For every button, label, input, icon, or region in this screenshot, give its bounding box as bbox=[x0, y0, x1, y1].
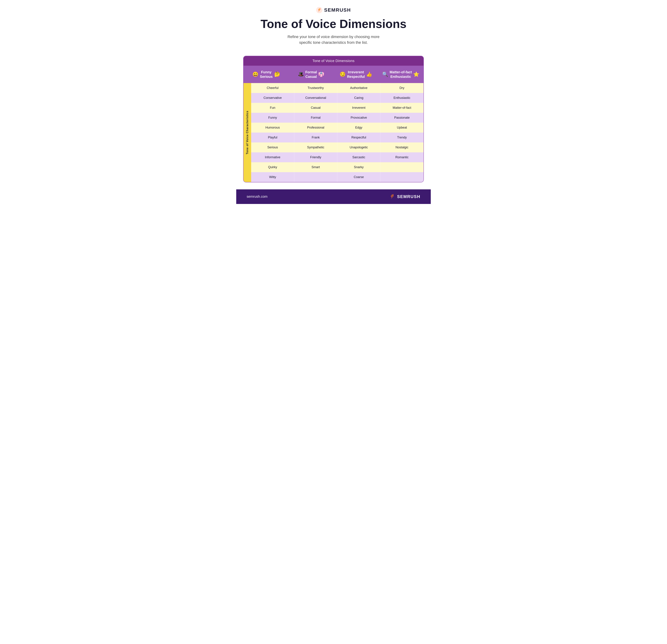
table-header: Tone of Voice Dimensions bbox=[244, 56, 423, 66]
cell-empty-9-4 bbox=[380, 162, 423, 172]
col-header-funny-serious: 😀 FunnySerious 🤔 bbox=[244, 66, 288, 82]
cell-trustworthy: Trustworthy bbox=[294, 83, 337, 93]
cell-snarky: Snarky bbox=[337, 162, 380, 172]
cell-coarse: Coarse bbox=[337, 172, 380, 182]
page-subtitle: Refine your tone of voice dimension by c… bbox=[281, 34, 386, 45]
cell-authoritative: Authoritative bbox=[337, 83, 380, 93]
footer-url: semrush.com bbox=[247, 195, 267, 198]
cell-provocative: Provocative bbox=[337, 113, 380, 123]
cell-sarcastic: Sarcastic bbox=[337, 152, 380, 162]
cell-humorous: Humorous bbox=[251, 123, 294, 132]
table-row: Humorous Professional Edgy Upbeat bbox=[251, 123, 423, 132]
cell-smart: Smart bbox=[294, 162, 337, 172]
col-header-matter-enthusiastic: 🔍 Matter-of-factEnthusiastic ⭐ bbox=[379, 66, 423, 82]
cell-caring: Caring bbox=[337, 93, 380, 103]
col-header-formal-casual: 🎩 FormalCasual 👘 bbox=[289, 66, 333, 82]
col-label-irreverent-respectful: IrreverentRespectful bbox=[347, 70, 365, 79]
emoji-formal-left: 🎩 bbox=[298, 71, 304, 77]
col-label-matter-enthusiastic: Matter-of-factEnthusiastic bbox=[390, 70, 412, 79]
footer-logo-icon bbox=[389, 194, 395, 200]
emoji-irreverent-right: 👍 bbox=[366, 71, 372, 77]
table-row: Serious Sympathetic Unapologetic Nostalg… bbox=[251, 143, 423, 152]
cell-nostalgic: Nostalgic bbox=[380, 143, 423, 152]
cell-matter-of-fact: Matter-of-fact bbox=[380, 103, 423, 113]
side-label-container: Tone of Voice Characteristics bbox=[244, 83, 251, 182]
semrush-logo-icon bbox=[316, 7, 322, 13]
table-row: Conservative Conversational Caring Enthu… bbox=[251, 93, 423, 103]
emoji-funny-right: 🤔 bbox=[274, 71, 280, 77]
cell-irreverent: Irreverent bbox=[337, 103, 380, 113]
data-area: Tone of Voice Characteristics Cheerful T… bbox=[244, 83, 423, 182]
table-row: Witty Coarse bbox=[251, 172, 423, 182]
cell-empty-10-4 bbox=[380, 172, 423, 182]
table-row: Playful Frank Respectful Trendy bbox=[251, 132, 423, 143]
logo-text: SEMRUSH bbox=[324, 7, 351, 13]
footer-logo-text: SEMRUSH bbox=[397, 194, 420, 199]
table-row: Cheerful Trustworthy Authoritative Dry bbox=[251, 83, 423, 93]
cell-fun: Fun bbox=[251, 103, 294, 113]
side-label: Tone of Voice Characteristics bbox=[246, 111, 249, 155]
cell-friendly: Friendly bbox=[294, 152, 337, 162]
cell-edgy: Edgy bbox=[337, 123, 380, 132]
cell-conversational: Conversational bbox=[294, 93, 337, 103]
cell-formal: Formal bbox=[294, 113, 337, 123]
table-row: Informative Friendly Sarcastic Romantic bbox=[251, 152, 423, 162]
cell-dry: Dry bbox=[380, 83, 423, 93]
emoji-irreverent-left: 😏 bbox=[340, 71, 346, 77]
cell-conservative: Conservative bbox=[251, 93, 294, 103]
col-label-formal-casual: FormalCasual bbox=[305, 70, 317, 79]
emoji-matter-right: ⭐ bbox=[413, 71, 419, 77]
cell-witty: Witty bbox=[251, 172, 294, 182]
cell-enthusiastic: Enthusiastic bbox=[380, 93, 423, 103]
cell-trendy: Trendy bbox=[380, 132, 423, 143]
cell-frank: Frank bbox=[294, 132, 337, 143]
cell-sympathetic: Sympathetic bbox=[294, 143, 337, 152]
cell-playful: Playful bbox=[251, 132, 294, 143]
cell-romantic: Romantic bbox=[380, 152, 423, 162]
cell-informative: Informative bbox=[251, 152, 294, 162]
page-title: Tone of Voice Dimensions bbox=[240, 17, 427, 30]
cell-casual: Casual bbox=[294, 103, 337, 113]
table-row: Funny Formal Provocative Passionate bbox=[251, 113, 423, 123]
cell-respectful: Respectful bbox=[337, 132, 380, 143]
cell-empty-10-2 bbox=[294, 172, 337, 182]
page-header: SEMRUSH Tone of Voice Dimensions Refine … bbox=[236, 0, 431, 56]
cell-funny: Funny bbox=[251, 113, 294, 123]
emoji-funny-left: 😀 bbox=[253, 71, 259, 77]
data-grid: Cheerful Trustworthy Authoritative Dry C… bbox=[251, 83, 423, 182]
col-header-irreverent-respectful: 😏 IrreverentRespectful 👍 bbox=[334, 66, 378, 82]
col-label-funny-serious: FunnySerious bbox=[260, 70, 273, 79]
footer: semrush.com SEMRUSH bbox=[236, 189, 431, 204]
cell-upbeat: Upbeat bbox=[380, 123, 423, 132]
emoji-formal-right: 👘 bbox=[318, 71, 324, 77]
logo-area: SEMRUSH bbox=[240, 7, 427, 13]
cell-professional: Professional bbox=[294, 123, 337, 132]
cell-unapologetic: Unapologetic bbox=[337, 143, 380, 152]
main-table: Tone of Voice Dimensions 😀 FunnySerious … bbox=[243, 56, 424, 182]
emoji-matter-left: 🔍 bbox=[382, 71, 388, 77]
table-row: Quirky Smart Snarky bbox=[251, 162, 423, 172]
cell-serious: Serious bbox=[251, 143, 294, 152]
cell-cheerful: Cheerful bbox=[251, 83, 294, 93]
cell-passionate: Passionate bbox=[380, 113, 423, 123]
table-row: Fun Casual Irreverent Matter-of-fact bbox=[251, 103, 423, 113]
cell-quirky: Quirky bbox=[251, 162, 294, 172]
column-headers: 😀 FunnySerious 🤔 🎩 FormalCasual 👘 😏 Irre… bbox=[244, 66, 423, 83]
footer-logo: SEMRUSH bbox=[389, 194, 420, 200]
